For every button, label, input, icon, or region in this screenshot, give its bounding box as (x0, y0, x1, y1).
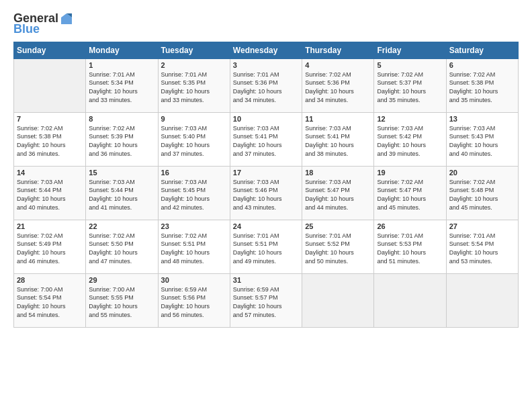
logo-text-blue: Blue (13, 23, 40, 36)
day-number: 15 (89, 169, 154, 177)
day-number: 10 (233, 115, 299, 123)
day-info: Sunrise: 7:01 AM Sunset: 5:36 PM Dayligh… (233, 71, 299, 104)
header-day-tuesday: Tuesday (158, 42, 230, 58)
calendar-cell: 31Sunrise: 6:59 AM Sunset: 5:57 PM Dayli… (230, 273, 302, 327)
header-day-saturday: Saturday (446, 42, 518, 58)
day-number: 18 (305, 169, 371, 177)
calendar-cell: 15Sunrise: 7:03 AM Sunset: 5:44 PM Dayli… (86, 166, 158, 220)
calendar-cell: 8Sunrise: 7:02 AM Sunset: 5:39 PM Daylig… (86, 112, 158, 166)
calendar-cell: 24Sunrise: 7:01 AM Sunset: 5:51 PM Dayli… (230, 220, 302, 273)
day-info: Sunrise: 7:02 AM Sunset: 5:38 PM Dayligh… (17, 124, 83, 158)
day-number: 27 (449, 222, 515, 230)
day-number: 24 (233, 222, 299, 230)
day-number: 31 (233, 276, 299, 284)
day-number: 8 (89, 115, 154, 123)
day-info: Sunrise: 7:03 AM Sunset: 5:46 PM Dayligh… (233, 178, 299, 212)
day-number: 9 (161, 115, 227, 123)
day-info: Sunrise: 7:03 AM Sunset: 5:47 PM Dayligh… (305, 178, 371, 212)
day-number: 30 (161, 276, 227, 284)
calendar-cell: 4Sunrise: 7:02 AM Sunset: 5:36 PM Daylig… (302, 58, 374, 112)
day-info: Sunrise: 7:02 AM Sunset: 5:36 PM Dayligh… (305, 71, 371, 104)
day-number: 5 (377, 61, 443, 69)
calendar-cell: 22Sunrise: 7:02 AM Sunset: 5:50 PM Dayli… (86, 220, 158, 273)
calendar-cell: 1Sunrise: 7:01 AM Sunset: 5:34 PM Daylig… (86, 58, 158, 112)
calendar-cell: 16Sunrise: 7:03 AM Sunset: 5:45 PM Dayli… (158, 166, 230, 220)
day-info: Sunrise: 7:02 AM Sunset: 5:48 PM Dayligh… (449, 178, 515, 212)
day-info: Sunrise: 7:03 AM Sunset: 5:40 PM Dayligh… (161, 124, 227, 158)
calendar-cell (374, 273, 446, 327)
logo-icon (60, 12, 73, 26)
day-number: 17 (233, 169, 299, 177)
day-info: Sunrise: 7:03 AM Sunset: 5:43 PM Dayligh… (449, 124, 515, 158)
calendar-cell: 6Sunrise: 7:02 AM Sunset: 5:38 PM Daylig… (446, 58, 518, 112)
header-row: SundayMondayTuesdayWednesdayThursdayFrid… (14, 42, 519, 58)
day-info: Sunrise: 7:02 AM Sunset: 5:49 PM Dayligh… (17, 232, 83, 265)
calendar-week-row: 14Sunrise: 7:03 AM Sunset: 5:44 PM Dayli… (14, 166, 519, 220)
day-number: 23 (161, 222, 227, 230)
calendar-cell: 19Sunrise: 7:02 AM Sunset: 5:47 PM Dayli… (374, 166, 446, 220)
day-number: 25 (305, 222, 371, 230)
day-number: 14 (17, 169, 83, 177)
calendar-cell: 25Sunrise: 7:01 AM Sunset: 5:52 PM Dayli… (302, 220, 374, 273)
day-number: 4 (305, 61, 371, 69)
calendar-table: SundayMondayTuesdayWednesdayThursdayFrid… (13, 42, 519, 328)
header-day-sunday: Sunday (14, 42, 86, 58)
calendar-cell (14, 58, 86, 112)
day-number: 13 (449, 115, 515, 123)
day-info: Sunrise: 7:03 AM Sunset: 5:45 PM Dayligh… (161, 178, 227, 212)
day-info: Sunrise: 7:01 AM Sunset: 5:34 PM Dayligh… (89, 71, 154, 104)
day-info: Sunrise: 6:59 AM Sunset: 5:57 PM Dayligh… (233, 285, 299, 319)
header-day-wednesday: Wednesday (230, 42, 302, 58)
day-info: Sunrise: 7:00 AM Sunset: 5:55 PM Dayligh… (89, 285, 154, 319)
day-number: 16 (161, 169, 227, 177)
calendar-cell (446, 273, 518, 327)
calendar-cell: 29Sunrise: 7:00 AM Sunset: 5:55 PM Dayli… (86, 273, 158, 327)
day-number: 21 (17, 222, 83, 230)
day-number: 12 (377, 115, 443, 123)
day-number: 11 (305, 115, 371, 123)
calendar-cell: 18Sunrise: 7:03 AM Sunset: 5:47 PM Dayli… (302, 166, 374, 220)
day-info: Sunrise: 7:02 AM Sunset: 5:38 PM Dayligh… (449, 71, 515, 104)
calendar-cell: 23Sunrise: 7:02 AM Sunset: 5:51 PM Dayli… (158, 220, 230, 273)
calendar-cell: 3Sunrise: 7:01 AM Sunset: 5:36 PM Daylig… (230, 58, 302, 112)
calendar-cell: 21Sunrise: 7:02 AM Sunset: 5:49 PM Dayli… (14, 220, 86, 273)
day-info: Sunrise: 7:03 AM Sunset: 5:41 PM Dayligh… (233, 124, 299, 158)
calendar-cell: 12Sunrise: 7:03 AM Sunset: 5:42 PM Dayli… (374, 112, 446, 166)
day-number: 2 (161, 61, 227, 69)
calendar-cell (302, 273, 374, 327)
calendar-week-row: 21Sunrise: 7:02 AM Sunset: 5:49 PM Dayli… (14, 220, 519, 273)
day-info: Sunrise: 7:01 AM Sunset: 5:35 PM Dayligh… (161, 71, 227, 104)
day-info: Sunrise: 7:02 AM Sunset: 5:50 PM Dayligh… (89, 232, 154, 265)
day-number: 7 (17, 115, 83, 123)
calendar-cell: 20Sunrise: 7:02 AM Sunset: 5:48 PM Dayli… (446, 166, 518, 220)
day-info: Sunrise: 7:02 AM Sunset: 5:51 PM Dayligh… (161, 232, 227, 265)
day-info: Sunrise: 7:03 AM Sunset: 5:44 PM Dayligh… (89, 178, 154, 212)
day-number: 28 (17, 276, 83, 284)
calendar-cell: 17Sunrise: 7:03 AM Sunset: 5:46 PM Dayli… (230, 166, 302, 220)
calendar-week-row: 28Sunrise: 7:00 AM Sunset: 5:54 PM Dayli… (14, 273, 519, 327)
day-number: 20 (449, 169, 515, 177)
calendar-cell: 9Sunrise: 7:03 AM Sunset: 5:40 PM Daylig… (158, 112, 230, 166)
logo: General Blue (13, 12, 73, 36)
day-number: 29 (89, 276, 154, 284)
day-info: Sunrise: 6:59 AM Sunset: 5:56 PM Dayligh… (161, 285, 227, 319)
day-info: Sunrise: 7:01 AM Sunset: 5:51 PM Dayligh… (233, 232, 299, 265)
calendar-cell: 10Sunrise: 7:03 AM Sunset: 5:41 PM Dayli… (230, 112, 302, 166)
header-day-thursday: Thursday (302, 42, 374, 58)
day-info: Sunrise: 7:01 AM Sunset: 5:53 PM Dayligh… (377, 232, 443, 265)
header-day-friday: Friday (374, 42, 446, 58)
day-number: 1 (89, 61, 154, 69)
calendar-cell: 11Sunrise: 7:03 AM Sunset: 5:41 PM Dayli… (302, 112, 374, 166)
page-header: General Blue (13, 12, 519, 36)
calendar-cell: 13Sunrise: 7:03 AM Sunset: 5:43 PM Dayli… (446, 112, 518, 166)
calendar-cell: 28Sunrise: 7:00 AM Sunset: 5:54 PM Dayli… (14, 273, 86, 327)
calendar-cell: 2Sunrise: 7:01 AM Sunset: 5:35 PM Daylig… (158, 58, 230, 112)
day-number: 3 (233, 61, 299, 69)
calendar-cell: 14Sunrise: 7:03 AM Sunset: 5:44 PM Dayli… (14, 166, 86, 220)
day-info: Sunrise: 7:02 AM Sunset: 5:47 PM Dayligh… (377, 178, 443, 212)
day-info: Sunrise: 7:03 AM Sunset: 5:41 PM Dayligh… (305, 124, 371, 158)
calendar-cell: 30Sunrise: 6:59 AM Sunset: 5:56 PM Dayli… (158, 273, 230, 327)
day-info: Sunrise: 7:01 AM Sunset: 5:52 PM Dayligh… (305, 232, 371, 265)
calendar-cell: 26Sunrise: 7:01 AM Sunset: 5:53 PM Dayli… (374, 220, 446, 273)
day-number: 22 (89, 222, 154, 230)
